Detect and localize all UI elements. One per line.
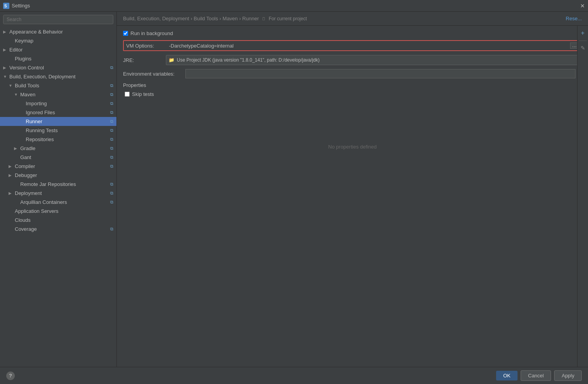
sidebar-item-build-tools[interactable]: ▼Build Tools⧉ — [0, 81, 116, 90]
sidebar-label-ignored-files: Ignored Files — [26, 110, 55, 115]
sidebar-item-clouds[interactable]: Clouds — [0, 216, 116, 225]
sidebar-item-plugins[interactable]: Plugins — [0, 54, 116, 63]
copy-icon-ignored-files: ⧉ — [110, 110, 113, 115]
cancel-button[interactable]: Cancel — [521, 370, 551, 381]
sidebar-label-clouds: Clouds — [15, 217, 30, 223]
env-vars-row: Environment variables: … — [123, 69, 582, 78]
sidebar-label-gant: Gant — [20, 154, 31, 160]
edit-button[interactable]: ✎ — [580, 44, 586, 52]
sidebar-item-importing[interactable]: Importing⧉ — [0, 99, 116, 108]
sidebar-label-repositories: Repositories — [26, 136, 54, 142]
copy-icon-version-control: ⧉ — [110, 65, 113, 70]
sidebar-item-keymap[interactable]: Keymap — [0, 36, 116, 45]
reset-link[interactable]: Rese... — [566, 16, 582, 21]
sidebar-label-arquillian: Arquillian Containers — [20, 199, 67, 205]
sidebar-arrow-appearance: ▶ — [3, 30, 8, 34]
sidebar-item-deployment[interactable]: ▶Deployment⧉ — [0, 189, 116, 198]
sidebar-label-coverage: Coverage — [15, 226, 37, 232]
sidebar-label-deployment: Deployment — [15, 190, 42, 196]
sidebar-label-keymap: Keymap — [15, 38, 33, 44]
run-in-background-checkbox[interactable] — [123, 31, 128, 36]
sidebar-item-arquillian[interactable]: Arquillian Containers⧉ — [0, 198, 116, 207]
sidebar-item-compiler[interactable]: ▶Compiler⧉ — [0, 162, 116, 171]
sidebar-label-runner: Runner — [26, 119, 42, 124]
jre-select[interactable]: 📁 Use Project JDK (java version "1.8.0_1… — [166, 55, 582, 65]
sidebar-label-maven: Maven — [20, 92, 35, 97]
copy-icon-gradle: ⧉ — [110, 146, 113, 151]
sidebar-arrow-build-exec-deploy: ▼ — [3, 74, 8, 79]
copy-icon-build-tools: ⧉ — [110, 83, 113, 88]
run-in-background-checkbox-wrap[interactable]: Run in background — [123, 30, 193, 36]
sidebar-item-debugger[interactable]: ▶Debugger — [0, 171, 116, 180]
breadcrumb-suffix: For current project — [268, 16, 307, 21]
sidebar-item-runner[interactable]: Runner⧉ — [0, 117, 116, 126]
sidebar-label-importing: Importing — [26, 101, 47, 106]
sidebar-item-repositories[interactable]: Repositories⧉ — [0, 135, 116, 144]
jre-icon: 📁 — [169, 57, 174, 63]
env-vars-label: Environment variables: — [123, 71, 185, 77]
sidebar-item-editor[interactable]: ▶Editor — [0, 45, 116, 54]
copy-icon-maven: ⧉ — [110, 92, 113, 97]
sidebar-label-remote-jar: Remote Jar Repositories — [20, 181, 76, 187]
sidebar-arrow-build-tools: ▼ — [9, 83, 13, 88]
sidebar-label-compiler: Compiler — [15, 163, 35, 169]
copy-icon-importing: ⧉ — [110, 101, 113, 106]
sidebar-item-gant[interactable]: Gant⧉ — [0, 153, 116, 162]
sidebar-label-build-tools: Build Tools — [15, 83, 39, 88]
footer-right: OK Cancel Apply — [496, 370, 582, 381]
sidebar-label-app-servers: Application Servers — [15, 208, 58, 214]
run-in-background-label: Run in background — [130, 30, 193, 36]
copy-icon-coverage: ⧉ — [110, 227, 113, 232]
sidebar-item-running-tests[interactable]: Running Tests⧉ — [0, 126, 116, 135]
ok-button[interactable]: OK — [496, 371, 518, 380]
sidebar-label-appearance: Appearance & Behavior — [9, 29, 63, 35]
right-toolbar: + ✎ — [577, 26, 588, 367]
sidebar-label-build-exec-deploy: Build, Execution, Deployment — [9, 74, 76, 80]
sidebar-arrow-debugger: ▶ — [9, 173, 13, 177]
search-input[interactable] — [3, 15, 113, 24]
copy-icon-compiler: ⧉ — [110, 164, 113, 169]
sidebar-arrow-deployment: ▶ — [9, 191, 13, 195]
sidebar-label-version-control: Version Control — [9, 65, 44, 71]
sidebar-arrow-maven: ▼ — [14, 92, 19, 97]
sidebar: ▶Appearance & BehaviorKeymap▶EditorPlugi… — [0, 12, 117, 367]
content-area: Build, Execution, Deployment › Build Too… — [117, 12, 588, 367]
vm-options-input[interactable] — [169, 43, 569, 49]
sidebar-item-coverage[interactable]: Coverage⧉ — [0, 225, 116, 234]
sidebar-arrow-editor: ▶ — [3, 48, 8, 52]
sidebar-label-debugger: Debugger — [15, 172, 37, 178]
close-icon[interactable]: ✕ — [580, 3, 585, 9]
sidebar-item-maven[interactable]: ▼Maven⧉ — [0, 90, 116, 99]
help-button[interactable]: ? — [6, 372, 15, 380]
sidebar-item-remote-jar[interactable]: Remote Jar Repositories⧉ — [0, 180, 116, 189]
skip-tests-checkbox[interactable] — [125, 92, 130, 97]
sidebar-item-gradle[interactable]: ▶Gradle⧉ — [0, 144, 116, 153]
main-container: ▶Appearance & BehaviorKeymap▶EditorPlugi… — [0, 12, 588, 367]
skip-tests-row: Skip tests — [123, 91, 582, 97]
sidebar-label-editor: Editor — [9, 47, 23, 53]
window-title: Settings — [12, 3, 30, 9]
apply-button[interactable]: Apply — [554, 370, 582, 381]
sidebar-item-build-exec-deploy[interactable]: ▼Build, Execution, Deployment — [0, 72, 116, 81]
jre-row: JRE: 📁 Use Project JDK (java version "1.… — [123, 55, 582, 65]
copy-icon-remote-jar: ⧉ — [110, 182, 113, 187]
sidebar-item-app-servers[interactable]: Application Servers — [0, 207, 116, 216]
sidebar-item-ignored-files[interactable]: Ignored Files⧉ — [0, 108, 116, 117]
add-button[interactable]: + — [580, 29, 585, 37]
sidebar-arrow-gradle: ▶ — [14, 146, 19, 150]
svg-text:S: S — [4, 4, 7, 8]
copy-icon-running-tests: ⧉ — [110, 128, 113, 133]
sidebar-item-version-control[interactable]: ▶Version Control⧉ — [0, 63, 116, 72]
breadcrumb-text: Build, Execution, Deployment › Build Too… — [123, 16, 260, 21]
settings-body: Run in background VM Options: … JRE: 📁 U… — [117, 26, 588, 367]
breadcrumb: Build, Execution, Deployment › Build Too… — [123, 16, 307, 21]
run-in-background-row: Run in background — [123, 30, 582, 36]
sidebar-arrow-compiler: ▶ — [9, 164, 13, 168]
copy-icon-gant: ⧉ — [110, 155, 113, 160]
sidebar-item-appearance[interactable]: ▶Appearance & Behavior — [0, 27, 116, 36]
footer-left: ? — [6, 372, 15, 380]
env-vars-input[interactable] — [185, 69, 576, 78]
app-icon: S — [3, 3, 9, 9]
sidebar-arrow-version-control: ▶ — [3, 65, 8, 70]
footer: ? OK Cancel Apply — [0, 367, 588, 384]
